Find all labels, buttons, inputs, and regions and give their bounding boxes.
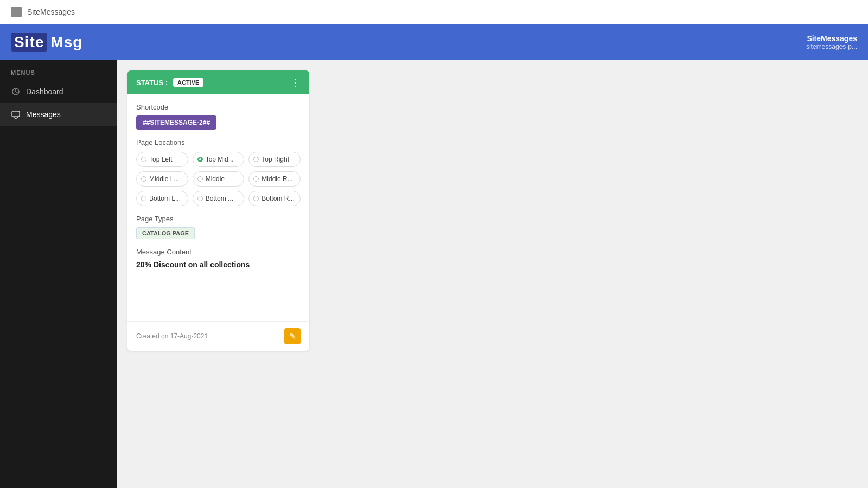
- location-top-left[interactable]: Top Left: [136, 152, 188, 167]
- logo-site: Site: [11, 33, 47, 52]
- location-top-left-label: Top Left: [149, 156, 173, 163]
- topbar-title: SiteMessages: [27, 8, 75, 16]
- location-bottom-mid[interactable]: Bottom ...: [193, 191, 245, 206]
- more-options-button[interactable]: ⋮: [290, 77, 301, 88]
- svg-rect-2: [12, 12, 16, 16]
- message-card: STATUS : ACTIVE ⋮ Shortcode ##SITEMESSAG…: [127, 70, 309, 351]
- header-site-name: SiteMessages: [806, 34, 857, 43]
- location-middle-label: Middle: [206, 175, 225, 183]
- svg-rect-1: [17, 8, 21, 11]
- location-middle-left[interactable]: Middle L...: [136, 171, 188, 187]
- location-bottom-right[interactable]: Bottom R...: [248, 191, 301, 206]
- radio-middle: [197, 176, 203, 182]
- header-site-url: sitemessages-p...: [806, 43, 857, 50]
- radio-top-mid: [197, 157, 203, 162]
- svg-rect-3: [17, 12, 21, 16]
- radio-middle-right: [253, 176, 259, 182]
- header-right: SiteMessages sitemessages-p...: [806, 34, 857, 50]
- radio-middle-left: [141, 176, 146, 182]
- location-grid: Top Left Top Mid... Top Right: [136, 152, 301, 206]
- created-date: Created on 17-Aug-2021: [136, 332, 208, 340]
- sidebar-messages-label: Messages: [26, 110, 61, 119]
- card-header-left: STATUS : ACTIVE: [136, 78, 203, 87]
- page-locations-label: Page Locations: [136, 138, 301, 146]
- location-middle-left-label: Middle L...: [149, 175, 179, 183]
- location-bottom-right-label: Bottom R...: [261, 195, 294, 202]
- location-middle-right-label: Middle R...: [261, 175, 292, 183]
- logo-msg: Msg: [47, 33, 86, 52]
- app-icon: [11, 7, 22, 17]
- sidebar: MENUS Dashboard Messages: [0, 60, 117, 488]
- location-top-mid-label: Top Mid...: [206, 156, 234, 163]
- card-footer: Created on 17-Aug-2021 ✎: [127, 321, 309, 351]
- svg-rect-5: [12, 111, 20, 117]
- logo: SiteMsg: [11, 34, 86, 51]
- status-prefix: STATUS :: [136, 79, 168, 87]
- sidebar-dashboard-label: Dashboard: [26, 87, 63, 96]
- location-middle[interactable]: Middle: [193, 171, 245, 187]
- edit-icon: ✎: [289, 331, 296, 342]
- radio-bottom-right: [253, 196, 259, 201]
- edit-button[interactable]: ✎: [284, 328, 301, 344]
- sidebar-item-messages[interactable]: Messages: [0, 103, 117, 126]
- page-type-badge: CATALOG PAGE: [136, 227, 195, 239]
- status-badge: ACTIVE: [173, 78, 203, 87]
- svg-rect-0: [12, 8, 16, 11]
- radio-bottom-mid: [197, 196, 203, 201]
- location-top-right[interactable]: Top Right: [248, 152, 301, 167]
- card-body: Shortcode ##SITEMESSAGE-2## Page Locatio…: [127, 94, 309, 321]
- top-bar: SiteMessages: [0, 0, 868, 24]
- card-header: STATUS : ACTIVE ⋮: [127, 70, 309, 94]
- location-bottom-left-label: Bottom L...: [149, 195, 181, 202]
- sidebar-menus-label: MENUS: [0, 60, 117, 80]
- page-types-label: Page Types: [136, 215, 301, 223]
- radio-bottom-left: [141, 196, 146, 201]
- location-middle-right[interactable]: Middle R...: [248, 171, 301, 187]
- message-content-label: Message Content: [136, 248, 301, 256]
- shortcode-label: Shortcode: [136, 103, 301, 111]
- location-top-right-label: Top Right: [261, 156, 289, 163]
- shortcode-value: ##SITEMESSAGE-2##: [136, 115, 216, 130]
- location-bottom-mid-label: Bottom ...: [206, 195, 233, 202]
- location-bottom-left[interactable]: Bottom L...: [136, 191, 188, 206]
- sidebar-item-dashboard[interactable]: Dashboard: [0, 80, 117, 103]
- dashboard-icon: [11, 87, 21, 97]
- location-top-mid[interactable]: Top Mid...: [193, 152, 245, 167]
- layout: MENUS Dashboard Messages: [0, 60, 868, 488]
- message-text: 20% Discount on all collections: [136, 260, 301, 269]
- radio-top-right: [253, 157, 259, 162]
- header: SiteMsg SiteMessages sitemessages-p...: [0, 24, 868, 60]
- messages-icon: [11, 110, 21, 119]
- radio-top-left: [141, 157, 146, 162]
- main-content: STATUS : ACTIVE ⋮ Shortcode ##SITEMESSAG…: [117, 60, 868, 488]
